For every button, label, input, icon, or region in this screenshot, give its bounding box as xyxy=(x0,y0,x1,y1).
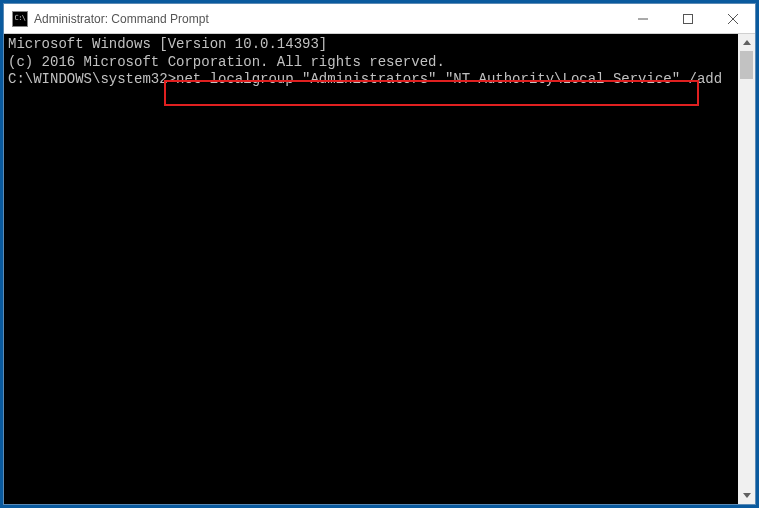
maximize-icon xyxy=(683,14,693,24)
command-text: net localgroup "Administrators" "NT Auth… xyxy=(176,71,722,87)
scroll-track[interactable] xyxy=(738,51,755,487)
titlebar[interactable]: C:\ Administrator: Command Prompt xyxy=(4,4,755,34)
minimize-icon xyxy=(638,14,648,24)
output-line: Microsoft Windows [Version 10.0.14393] xyxy=(8,36,734,54)
prompt-text: C:\WINDOWS\system32> xyxy=(8,71,176,87)
command-prompt-window: C:\ Administrator: Command Prompt Micros… xyxy=(3,3,756,505)
maximize-button[interactable] xyxy=(665,4,710,33)
chevron-down-icon xyxy=(743,493,751,498)
close-icon xyxy=(728,14,738,24)
prompt-line: C:\WINDOWS\system32>net localgroup "Admi… xyxy=(8,71,722,89)
terminal-area: Microsoft Windows [Version 10.0.14393](c… xyxy=(4,34,755,504)
output-line: (c) 2016 Microsoft Corporation. All righ… xyxy=(8,54,734,72)
app-icon: C:\ xyxy=(12,11,28,27)
close-button[interactable] xyxy=(710,4,755,33)
chevron-up-icon xyxy=(743,40,751,45)
vertical-scrollbar[interactable] xyxy=(738,34,755,504)
scroll-up-arrow-icon[interactable] xyxy=(738,34,755,51)
app-icon-glyph: C:\ xyxy=(14,15,25,22)
terminal-output[interactable]: Microsoft Windows [Version 10.0.14393](c… xyxy=(4,34,738,504)
scroll-thumb[interactable] xyxy=(740,51,753,79)
minimize-button[interactable] xyxy=(620,4,665,33)
svg-rect-1 xyxy=(683,14,692,23)
window-controls xyxy=(620,4,755,33)
scroll-down-arrow-icon[interactable] xyxy=(738,487,755,504)
window-title: Administrator: Command Prompt xyxy=(34,12,620,26)
